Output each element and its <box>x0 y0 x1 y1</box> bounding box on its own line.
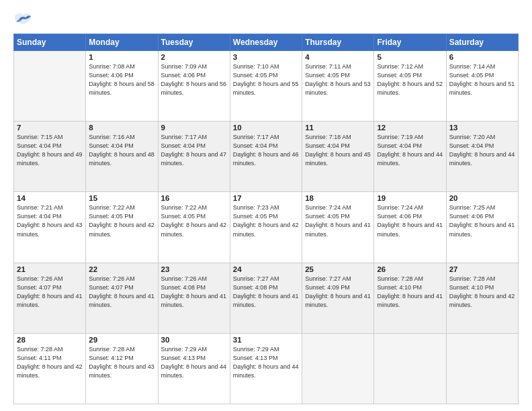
weekday-header-monday: Monday <box>86 34 158 51</box>
calendar-day-cell: 9Sunrise: 7:17 AMSunset: 4:04 PMDaylight… <box>158 122 230 192</box>
weekday-header-friday: Friday <box>374 34 446 51</box>
calendar-day-cell: 29Sunrise: 7:28 AMSunset: 4:12 PMDayligh… <box>86 333 158 404</box>
calendar-week-row: 28Sunrise: 7:28 AMSunset: 4:11 PMDayligh… <box>14 333 519 404</box>
day-info: Sunrise: 7:27 AMSunset: 4:08 PMDaylight:… <box>233 275 299 310</box>
day-number: 8 <box>89 124 154 132</box>
day-info: Sunrise: 7:17 AMSunset: 4:04 PMDaylight:… <box>233 133 299 168</box>
calendar-day-cell <box>446 333 518 404</box>
calendar-day-cell: 6Sunrise: 7:14 AMSunset: 4:05 PMDaylight… <box>446 51 518 122</box>
day-number: 7 <box>17 124 83 132</box>
day-info: Sunrise: 7:25 AMSunset: 4:06 PMDaylight:… <box>449 203 515 238</box>
day-info: Sunrise: 7:28 AMSunset: 4:11 PMDaylight:… <box>17 345 83 380</box>
calendar-week-row: 1Sunrise: 7:08 AMSunset: 4:06 PMDaylight… <box>14 51 519 122</box>
weekday-header-saturday: Saturday <box>446 34 518 51</box>
calendar-day-cell: 30Sunrise: 7:29 AMSunset: 4:13 PMDayligh… <box>158 333 230 404</box>
day-number: 27 <box>449 265 515 273</box>
calendar-day-cell: 20Sunrise: 7:25 AMSunset: 4:06 PMDayligh… <box>446 192 518 263</box>
day-number: 18 <box>305 194 371 202</box>
calendar-day-cell <box>374 333 446 404</box>
calendar-day-cell: 5Sunrise: 7:12 AMSunset: 4:05 PMDaylight… <box>374 51 446 122</box>
day-number: 14 <box>17 194 83 202</box>
weekday-header-tuesday: Tuesday <box>158 34 230 51</box>
calendar-day-cell: 17Sunrise: 7:23 AMSunset: 4:05 PMDayligh… <box>230 192 302 263</box>
day-number: 1 <box>89 53 154 61</box>
day-info: Sunrise: 7:22 AMSunset: 4:05 PMDaylight:… <box>161 203 227 238</box>
day-info: Sunrise: 7:28 AMSunset: 4:10 PMDaylight:… <box>377 275 443 310</box>
weekday-header-sunday: Sunday <box>14 34 86 51</box>
calendar-day-cell: 2Sunrise: 7:09 AMSunset: 4:06 PMDaylight… <box>158 51 230 122</box>
calendar-day-cell: 12Sunrise: 7:19 AMSunset: 4:04 PMDayligh… <box>374 122 446 192</box>
calendar-day-cell: 23Sunrise: 7:26 AMSunset: 4:08 PMDayligh… <box>158 263 230 333</box>
day-info: Sunrise: 7:29 AMSunset: 4:13 PMDaylight:… <box>161 345 227 380</box>
day-info: Sunrise: 7:24 AMSunset: 4:05 PMDaylight:… <box>305 203 371 238</box>
day-number: 26 <box>377 265 443 273</box>
day-number: 9 <box>161 124 227 132</box>
day-number: 29 <box>89 336 154 344</box>
day-number: 10 <box>233 124 299 132</box>
calendar-day-cell: 1Sunrise: 7:08 AMSunset: 4:06 PMDaylight… <box>86 51 158 122</box>
day-info: Sunrise: 7:12 AMSunset: 4:05 PMDaylight:… <box>377 62 443 97</box>
calendar-day-cell: 18Sunrise: 7:24 AMSunset: 4:05 PMDayligh… <box>302 192 374 263</box>
calendar-day-cell <box>302 333 374 404</box>
calendar-page: SundayMondayTuesdayWednesdayThursdayFrid… <box>0 0 532 411</box>
logo <box>13 12 35 27</box>
day-info: Sunrise: 7:19 AMSunset: 4:04 PMDaylight:… <box>377 133 443 168</box>
day-number: 30 <box>161 336 227 344</box>
day-number: 28 <box>17 336 83 344</box>
day-info: Sunrise: 7:24 AMSunset: 4:06 PMDaylight:… <box>377 203 443 238</box>
calendar-day-cell: 21Sunrise: 7:26 AMSunset: 4:07 PMDayligh… <box>14 263 86 333</box>
day-info: Sunrise: 7:08 AMSunset: 4:06 PMDaylight:… <box>89 62 154 97</box>
day-number: 11 <box>305 124 371 132</box>
calendar-day-cell: 15Sunrise: 7:22 AMSunset: 4:05 PMDayligh… <box>86 192 158 263</box>
day-info: Sunrise: 7:26 AMSunset: 4:08 PMDaylight:… <box>161 275 227 310</box>
day-info: Sunrise: 7:14 AMSunset: 4:05 PMDaylight:… <box>449 62 515 97</box>
day-number: 20 <box>449 194 515 202</box>
calendar-week-row: 21Sunrise: 7:26 AMSunset: 4:07 PMDayligh… <box>14 263 519 333</box>
day-number: 21 <box>17 265 83 273</box>
day-info: Sunrise: 7:09 AMSunset: 4:06 PMDaylight:… <box>161 62 227 97</box>
day-number: 25 <box>305 265 371 273</box>
day-number: 6 <box>449 53 515 61</box>
calendar-day-cell: 28Sunrise: 7:28 AMSunset: 4:11 PMDayligh… <box>14 333 86 404</box>
header <box>13 12 519 27</box>
day-info: Sunrise: 7:17 AMSunset: 4:04 PMDaylight:… <box>161 133 227 168</box>
calendar-day-cell: 3Sunrise: 7:10 AMSunset: 4:05 PMDaylight… <box>230 51 302 122</box>
day-info: Sunrise: 7:28 AMSunset: 4:10 PMDaylight:… <box>449 275 515 310</box>
calendar-table: SundayMondayTuesdayWednesdayThursdayFrid… <box>13 34 519 404</box>
day-info: Sunrise: 7:16 AMSunset: 4:04 PMDaylight:… <box>89 133 154 168</box>
day-info: Sunrise: 7:15 AMSunset: 4:04 PMDaylight:… <box>17 133 83 168</box>
day-info: Sunrise: 7:10 AMSunset: 4:05 PMDaylight:… <box>233 62 299 97</box>
day-number: 16 <box>161 194 227 202</box>
day-info: Sunrise: 7:29 AMSunset: 4:13 PMDaylight:… <box>233 345 299 380</box>
calendar-day-cell: 10Sunrise: 7:17 AMSunset: 4:04 PMDayligh… <box>230 122 302 192</box>
day-number: 22 <box>89 265 154 273</box>
day-number: 5 <box>377 53 443 61</box>
logo-bird-icon <box>13 12 32 27</box>
calendar-day-cell: 27Sunrise: 7:28 AMSunset: 4:10 PMDayligh… <box>446 263 518 333</box>
calendar-day-cell: 16Sunrise: 7:22 AMSunset: 4:05 PMDayligh… <box>158 192 230 263</box>
day-number: 4 <box>305 53 371 61</box>
day-number: 24 <box>233 265 299 273</box>
day-number: 19 <box>377 194 443 202</box>
calendar-day-cell: 31Sunrise: 7:29 AMSunset: 4:13 PMDayligh… <box>230 333 302 404</box>
day-info: Sunrise: 7:27 AMSunset: 4:09 PMDaylight:… <box>305 275 371 310</box>
calendar-day-cell: 14Sunrise: 7:21 AMSunset: 4:04 PMDayligh… <box>14 192 86 263</box>
calendar-week-row: 7Sunrise: 7:15 AMSunset: 4:04 PMDaylight… <box>14 122 519 192</box>
calendar-day-cell: 25Sunrise: 7:27 AMSunset: 4:09 PMDayligh… <box>302 263 374 333</box>
day-number: 15 <box>89 194 154 202</box>
day-number: 12 <box>377 124 443 132</box>
calendar-day-cell: 13Sunrise: 7:20 AMSunset: 4:04 PMDayligh… <box>446 122 518 192</box>
calendar-day-cell: 22Sunrise: 7:26 AMSunset: 4:07 PMDayligh… <box>86 263 158 333</box>
calendar-day-cell <box>14 51 86 122</box>
day-info: Sunrise: 7:21 AMSunset: 4:04 PMDaylight:… <box>17 203 83 238</box>
calendar-day-cell: 24Sunrise: 7:27 AMSunset: 4:08 PMDayligh… <box>230 263 302 333</box>
day-number: 3 <box>233 53 299 61</box>
weekday-header-wednesday: Wednesday <box>230 34 302 51</box>
day-info: Sunrise: 7:18 AMSunset: 4:04 PMDaylight:… <box>305 133 371 168</box>
calendar-day-cell: 26Sunrise: 7:28 AMSunset: 4:10 PMDayligh… <box>374 263 446 333</box>
calendar-day-cell: 7Sunrise: 7:15 AMSunset: 4:04 PMDaylight… <box>14 122 86 192</box>
day-info: Sunrise: 7:20 AMSunset: 4:04 PMDaylight:… <box>449 133 515 168</box>
day-number: 23 <box>161 265 227 273</box>
day-info: Sunrise: 7:23 AMSunset: 4:05 PMDaylight:… <box>233 203 299 238</box>
day-number: 17 <box>233 194 299 202</box>
